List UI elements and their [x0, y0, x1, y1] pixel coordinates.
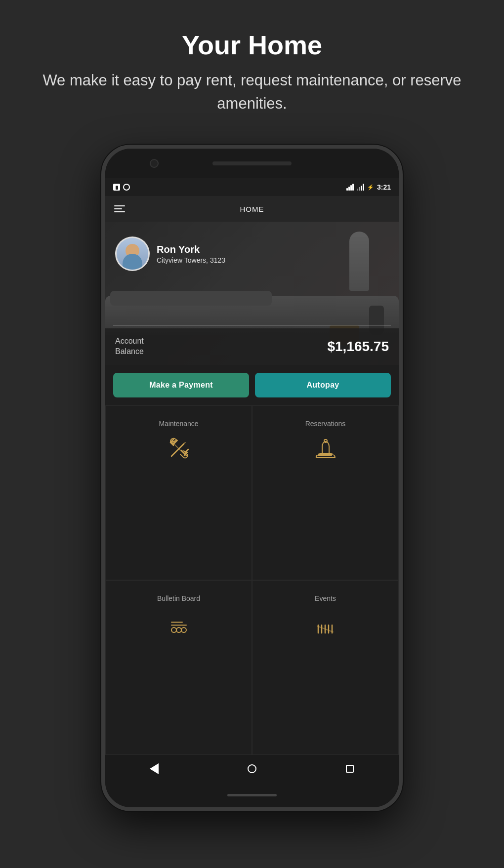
events-label: Events — [315, 594, 336, 602]
hamburger-line-2 — [114, 208, 122, 209]
recent-square-icon — [346, 765, 354, 773]
grid-item-reservations[interactable]: Reservations — [252, 405, 399, 580]
grid-item-maintenance[interactable]: Maintenance — [105, 405, 252, 580]
balance-section: AccountBalance $1,165.75 — [105, 328, 399, 365]
user-address: Cityview Towers, 3123 — [157, 256, 225, 264]
bulletin-label: Bulletin Board — [157, 594, 200, 602]
phone-side-button — [405, 317, 410, 352]
battery-icon: ⚡ — [367, 184, 374, 191]
page-title: Your Home — [30, 30, 474, 60]
hamburger-line-1 — [114, 205, 125, 206]
signal-icon — [357, 184, 364, 191]
hero-divider — [113, 325, 391, 326]
reservations-label: Reservations — [305, 420, 346, 428]
maintenance-label: Maintenance — [159, 420, 198, 428]
avatar-person — [117, 238, 148, 270]
nav-home-button[interactable] — [242, 759, 262, 779]
grid-item-bulletin[interactable]: Bulletin Board — [105, 580, 252, 755]
grid-item-events[interactable]: Events — [252, 580, 399, 755]
phone-shell: ⚡ 3:21 HOME — [101, 145, 403, 811]
phone-device: ⚡ 3:21 HOME — [101, 145, 403, 811]
phone-top-bezel — [105, 149, 399, 178]
nav-recent-button[interactable] — [340, 759, 360, 779]
calendar-icon — [313, 611, 338, 636]
nav-title: HOME — [125, 205, 379, 213]
user-text: Ron York Cityview Towers, 3123 — [157, 244, 225, 264]
svg-point-13 — [181, 628, 186, 632]
bell-hand-icon — [313, 436, 338, 461]
user-info: Ron York Cityview Towers, 3123 — [115, 237, 225, 271]
phone-bottom-bezel — [105, 783, 399, 807]
home-circle-icon — [248, 764, 256, 773]
svg-line-7 — [185, 449, 188, 452]
phone-screen: ⚡ 3:21 HOME — [105, 178, 399, 783]
board-icon — [167, 611, 191, 636]
tools-icon — [167, 436, 191, 461]
avatar — [115, 237, 150, 271]
wifi-icon — [346, 184, 354, 191]
nav-back-button[interactable] — [144, 759, 164, 779]
circle-icon — [123, 184, 130, 191]
autopay-button[interactable]: Autopay — [255, 373, 391, 397]
avatar-body — [123, 254, 142, 270]
hamburger-line-3 — [114, 211, 125, 212]
page-header: Your Home We make it easy to pay rent, r… — [0, 0, 504, 130]
svg-point-12 — [176, 628, 181, 632]
balance-amount: $1,165.75 — [327, 339, 389, 355]
status-left — [113, 184, 130, 191]
hamburger-button[interactable] — [114, 205, 125, 212]
user-name: Ron York — [157, 244, 225, 255]
action-buttons: Make a Payment Autopay — [105, 365, 399, 405]
bottom-nav — [105, 755, 399, 783]
phone-camera — [150, 159, 159, 168]
balance-label: AccountBalance — [115, 336, 144, 357]
app-navbar: HOME — [105, 196, 399, 222]
hero-card: Ron York Cityview Towers, 3123 AccountBa… — [105, 222, 399, 365]
back-arrow-icon — [150, 763, 159, 774]
page-subtitle: We make it easy to pay rent, request mai… — [30, 69, 474, 115]
status-time: 3:21 — [377, 183, 391, 191]
svg-point-11 — [171, 628, 176, 632]
status-bar: ⚡ 3:21 — [105, 178, 399, 196]
home-indicator — [227, 794, 277, 796]
status-right: ⚡ 3:21 — [346, 183, 391, 191]
make-payment-button[interactable]: Make a Payment — [113, 373, 249, 397]
grid-menu: Maintenance — [105, 405, 399, 755]
sd-card-icon — [113, 184, 120, 191]
phone-speaker — [212, 161, 292, 165]
